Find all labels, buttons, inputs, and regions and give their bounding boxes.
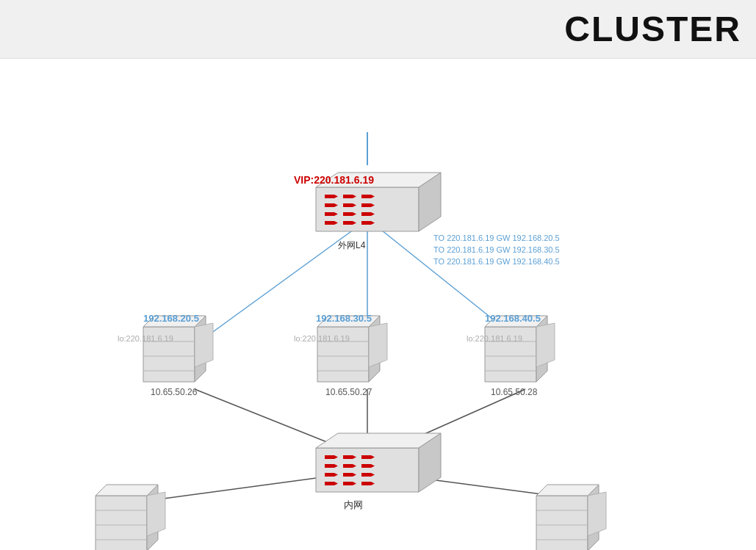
- svg-marker-80: [343, 482, 353, 485]
- svg-marker-70: [361, 464, 371, 468]
- svg-marker-97: [588, 492, 606, 536]
- svg-marker-18: [325, 203, 334, 207]
- route-label-1: TO 220.181.6.19 GW 192.168.20.5: [433, 234, 560, 242]
- bottom-switch: [316, 433, 441, 492]
- left-ip-label: 192.168.20.5: [143, 313, 199, 324]
- svg-line-4: [195, 389, 342, 448]
- center-ip-label: 192.168.30.5: [316, 313, 372, 324]
- center-eth-label: 10.65.50.27: [325, 387, 372, 397]
- svg-marker-26: [343, 212, 353, 216]
- svg-marker-90: [147, 492, 165, 536]
- svg-marker-12: [325, 195, 334, 198]
- left-server: [143, 316, 213, 382]
- route-label-2: TO 220.181.6.19 GW 192.168.30.5: [433, 245, 560, 254]
- right-lo-label: lo:220.181.6.19: [467, 334, 522, 343]
- page-title: CLUSTER: [564, 9, 741, 49]
- left-lo-label: lo:220.181.6.19: [118, 334, 173, 343]
- svg-marker-32: [343, 221, 353, 225]
- header: CLUSTER: [0, 0, 756, 59]
- route-label-3: TO 220.181.6.19 GW 192.168.40.5: [433, 257, 560, 266]
- svg-marker-76: [361, 473, 371, 477]
- svg-marker-42: [195, 323, 213, 367]
- svg-marker-16: [361, 195, 371, 198]
- svg-marker-72: [325, 473, 334, 477]
- right-eth-label: 10.65.50.28: [491, 387, 538, 397]
- svg-marker-84: [96, 496, 147, 550]
- svg-marker-62: [343, 455, 353, 459]
- svg-marker-91: [536, 496, 588, 550]
- svg-marker-56: [536, 323, 555, 367]
- svg-marker-34: [361, 221, 371, 225]
- l4-label: 外网L4: [338, 240, 366, 250]
- network-diagram: VIP:220.181.6.19 外网L4 TO 220.181.6.19 GW…: [0, 59, 756, 550]
- svg-marker-20: [343, 203, 353, 207]
- svg-marker-28: [361, 212, 371, 216]
- svg-marker-14: [343, 195, 353, 198]
- svg-marker-82: [361, 482, 371, 485]
- right-ip-label: 192.168.40.5: [485, 313, 541, 324]
- svg-marker-78: [325, 482, 334, 485]
- svg-marker-66: [325, 464, 334, 468]
- svg-marker-49: [369, 323, 387, 367]
- bottom-right-server: [536, 485, 606, 550]
- svg-marker-74: [343, 473, 353, 477]
- svg-marker-64: [361, 455, 371, 459]
- left-eth-label: 10.65.50.26: [151, 387, 198, 397]
- vip-label: VIP:220.181.6.19: [294, 174, 374, 186]
- svg-marker-60: [325, 455, 334, 459]
- svg-marker-68: [343, 464, 353, 468]
- center-lo-label: lo:220.181.6.19: [294, 334, 350, 343]
- bottom-left-server: [96, 485, 165, 550]
- inner-label: 内网: [344, 499, 363, 510]
- svg-marker-24: [325, 212, 334, 216]
- center-server: [317, 316, 387, 382]
- svg-marker-30: [325, 221, 334, 225]
- svg-marker-22: [361, 203, 371, 207]
- right-server: [485, 316, 555, 382]
